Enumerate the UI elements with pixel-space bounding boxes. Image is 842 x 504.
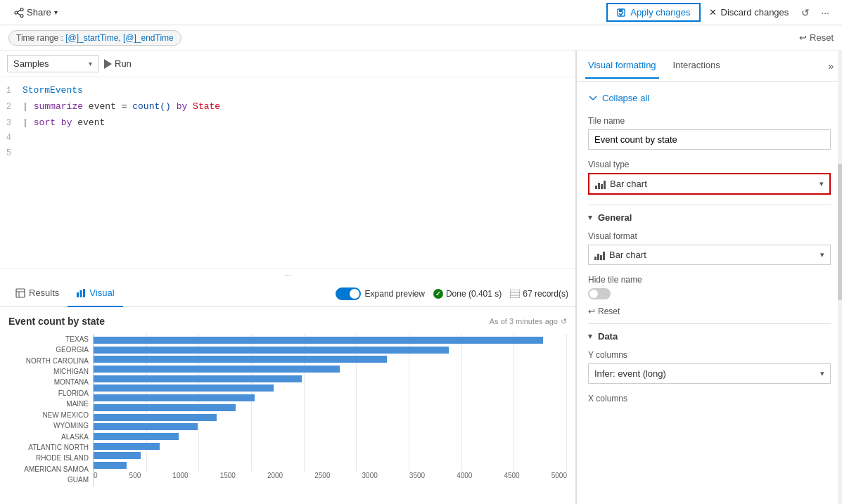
y-label-9: ALASKA — [8, 433, 89, 441]
discard-x-icon: ✕ — [709, 7, 717, 18]
y-columns-dropdown[interactable]: Infer: event (long) ▾ — [588, 363, 831, 384]
share-icon — [14, 8, 24, 18]
tab-interactions[interactable]: Interactions — [670, 53, 723, 79]
svg-point-1 — [15, 11, 18, 14]
refresh-button[interactable]: ↺ — [797, 4, 814, 21]
toggle-knob — [350, 289, 359, 299]
more-options-button[interactable]: ··· — [817, 4, 834, 21]
share-label: Share — [27, 7, 51, 18]
svg-line-4 — [18, 13, 20, 15]
code-line-2: 2 | summarize event = count() by State — [0, 99, 575, 115]
run-button[interactable]: Run — [104, 58, 132, 69]
tile-name-input[interactable] — [588, 129, 831, 150]
line-num-4: 4 — [0, 131, 23, 145]
y-label-2: NORTH CAROLINA — [8, 357, 89, 366]
bar-row-guam — [94, 460, 567, 470]
tab-results[interactable]: Results — [7, 280, 68, 307]
db-selector-chevron: ▾ — [89, 60, 92, 67]
database-selector[interactable]: Samples ▾ — [7, 55, 98, 72]
discard-changes-button[interactable]: ✕ Discard changes — [703, 4, 795, 20]
collapse-icon — [588, 93, 598, 103]
bar-row-atlantic — [94, 432, 567, 441]
timestamp-label: As of 3 minutes ago — [490, 317, 558, 325]
bar-texas — [94, 337, 543, 344]
data-label: Data — [598, 331, 618, 342]
kw-by: by — [177, 100, 188, 115]
svg-rect-11 — [80, 290, 82, 297]
x-label-3500: 3500 — [409, 472, 425, 486]
divider-2 — [588, 323, 831, 324]
general-reset-button[interactable]: ↩ Reset — [588, 306, 620, 316]
general-reset-label: Reset — [598, 306, 620, 316]
collapse-indicator: ··· — [0, 269, 575, 280]
tab-visual-label: Visual — [89, 287, 114, 298]
pipe-2: | — [23, 116, 28, 131]
bar-montana — [94, 375, 302, 382]
tab-visual[interactable]: Visual — [68, 280, 122, 307]
scrollbar-thumb[interactable] — [838, 164, 842, 300]
tab-right-controls: Expand preview ✓ Done (0.401 s) 67 recor… — [336, 287, 568, 300]
tab-visual-formatting[interactable]: Visual formatting — [585, 53, 659, 79]
visual-format-dropdown[interactable]: Bar chart ▾ — [588, 245, 831, 265]
expand-toggle[interactable] — [336, 287, 361, 300]
run-label: Run — [115, 58, 132, 69]
expand-panel-icon[interactable]: » — [828, 60, 834, 72]
y-columns-value: Infer: event (long) — [594, 368, 666, 379]
chart-header: Event count by state As of 3 minutes ago… — [8, 316, 567, 327]
run-triangle-icon — [104, 59, 112, 69]
general-section-header[interactable]: ▾ General — [588, 212, 831, 223]
tab-results-label: Results — [29, 287, 59, 298]
results-icon — [15, 288, 25, 298]
bar-michigan — [94, 366, 340, 373]
visual-type-dropdown[interactable]: Bar chart ▾ — [588, 173, 831, 195]
code-editor[interactable]: 1 StormEvents 2 | summarize event = coun… — [0, 77, 575, 269]
line-num-2: 2 — [0, 101, 23, 114]
bar-row-samoa — [94, 451, 567, 461]
share-button[interactable]: Share ▾ — [8, 4, 63, 20]
bar-row-georgia — [94, 345, 567, 355]
bar-newmexico — [94, 404, 236, 411]
y-columns-chevron: ▾ — [820, 369, 824, 378]
refresh-chart-icon[interactable]: ↺ — [561, 317, 567, 326]
bars-container — [94, 334, 567, 472]
hide-tile-toggle-knob — [589, 290, 598, 298]
right-content: Collapse all Tile name Visual type Bar c… — [577, 82, 842, 415]
bar-guam — [94, 462, 127, 469]
data-section-header[interactable]: ▾ Data — [588, 331, 831, 342]
pipe-1: | — [23, 100, 28, 115]
y-label-5: FLORIDA — [8, 389, 89, 398]
visual-format-label: Visual format — [588, 231, 831, 241]
svg-line-17 — [593, 96, 597, 100]
chart-grid-bars: 0 500 1000 1500 2000 2500 3000 3500 4000… — [93, 334, 567, 486]
x-label-4500: 4500 — [504, 472, 519, 486]
bar-maine — [94, 394, 255, 401]
bar-chart-icon-small-2 — [594, 250, 605, 260]
collapse-all-label: Collapse all — [602, 93, 649, 103]
x-label-5000: 5000 — [551, 472, 567, 486]
time-range-pill[interactable]: Time range : [@]_startTime, [@]_endTime — [8, 30, 181, 46]
y-label-13: GUAM — [8, 476, 89, 484]
hide-tile-toggle[interactable] — [588, 288, 611, 299]
x-label-2000: 2000 — [267, 472, 283, 486]
bar-samoa — [94, 452, 141, 459]
apply-changes-label: Apply changes — [630, 7, 690, 18]
reset-button[interactable]: ↩ Reset — [799, 32, 834, 43]
chart-area: Event count by state As of 3 minutes ago… — [0, 307, 575, 504]
expand-label: Expand preview — [365, 289, 425, 299]
right-panel: Visual formatting Interactions » Collaps… — [576, 51, 842, 504]
right-tabs: Visual formatting Interactions » — [577, 51, 842, 82]
y-axis-labels: TEXAS GEORGIA NORTH CAROLINA MICHIGAN MO… — [8, 334, 93, 486]
bar-row-wyoming — [94, 413, 567, 422]
apply-changes-button[interactable]: Apply changes — [606, 3, 700, 22]
bar-georgia — [94, 347, 449, 354]
bar-florida — [94, 385, 274, 392]
y-label-10: ATLANTIC NORTH — [8, 444, 89, 452]
divider-1 — [588, 205, 831, 205]
code-line-4: 4 — [0, 131, 575, 146]
discard-changes-label: Discard changes — [721, 7, 789, 18]
collapse-all-button[interactable]: Collapse all — [588, 90, 649, 106]
visual-format-chevron: ▾ — [820, 250, 824, 259]
x-label-3000: 3000 — [362, 472, 378, 486]
line-num-5: 5 — [0, 147, 23, 160]
bar-row-rhode — [94, 441, 567, 451]
